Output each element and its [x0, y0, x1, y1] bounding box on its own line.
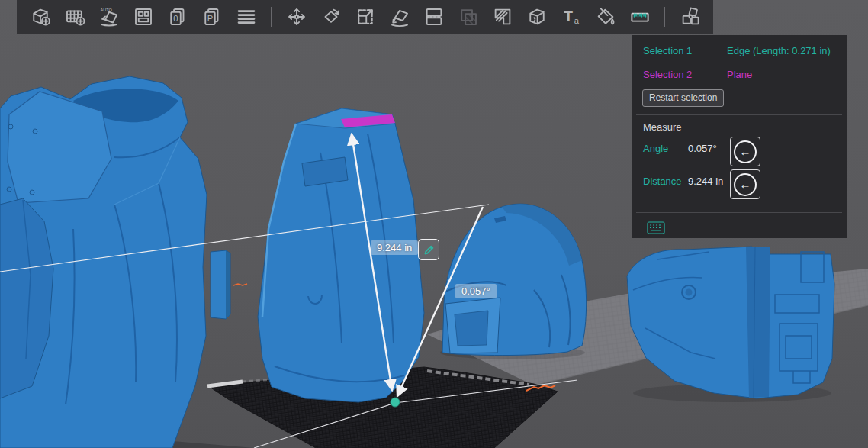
apply-distance-button[interactable]: ← [730, 169, 760, 199]
arrange-icon[interactable] [126, 0, 160, 34]
svg-text:AUTO: AUTO [100, 8, 112, 12]
mesh-region-icon[interactable] [485, 0, 519, 34]
panel-divider [636, 114, 842, 115]
arrow-left-circle-icon: ← [734, 173, 757, 196]
toolbar-separator [664, 7, 665, 27]
apply-angle-button[interactable]: ← [730, 137, 760, 166]
selection2-label: Selection 2 [643, 69, 692, 80]
measure-section-title: Measure [643, 121, 682, 133]
angle-label: Angle [643, 143, 668, 154]
document-0-icon[interactable]: 0 [160, 0, 194, 34]
measure-icon[interactable] [622, 0, 657, 34]
svg-text:0: 0 [173, 14, 178, 23]
angle-tag: 0.057° [455, 284, 497, 298]
keyboard-icon [647, 221, 665, 234]
slicer-app-window: 9.244 in 0.057° AUTO 0 P [0, 0, 868, 448]
selection1-value: Edge (Length: 0.271 in) [727, 45, 831, 56]
move-icon[interactable] [279, 0, 313, 34]
assembly-icon[interactable] [673, 0, 707, 34]
keyboard-shortcuts-button[interactable] [647, 221, 665, 234]
variable-layer-height-icon [451, 0, 485, 34]
angle-value: 0.057° [688, 143, 717, 154]
arrow-left-circle-icon: ← [734, 140, 757, 163]
mesh-boolean-icon[interactable] [519, 0, 554, 34]
text-tool-icon[interactable]: Ta [554, 0, 588, 34]
svg-text:T: T [564, 8, 573, 24]
distance-value: 9.244 in [688, 176, 723, 187]
svg-text:a: a [574, 16, 579, 25]
measure-vertex-point [391, 398, 400, 407]
place-on-face-icon[interactable] [382, 0, 416, 34]
add-plate-icon[interactable] [57, 0, 92, 34]
selection2-value: Plane [727, 69, 752, 80]
main-toolbar: AUTO 0 P [17, 0, 713, 34]
distance-tag: 9.244 in [371, 240, 418, 255]
cut-icon[interactable] [416, 0, 451, 34]
distance-label: Distance [643, 176, 682, 187]
restart-selection-button[interactable]: Restart selection [642, 89, 724, 107]
edit-distance-button[interactable] [418, 239, 439, 260]
scale-icon[interactable] [348, 0, 382, 34]
svg-text:P: P [207, 14, 213, 23]
pencil-icon [423, 244, 435, 256]
rotate-icon[interactable] [313, 0, 348, 34]
auto-orient-icon[interactable]: AUTO [92, 0, 126, 34]
object-list-icon[interactable] [229, 0, 263, 34]
add-object-icon[interactable] [23, 0, 57, 34]
selection1-label: Selection 1 [643, 45, 692, 56]
measure-panel: Selection 1 Edge (Length: 0.271 in) Sele… [632, 35, 847, 238]
toolbar-separator [271, 7, 272, 27]
document-p-icon[interactable]: P [194, 0, 229, 34]
panel-divider [636, 212, 842, 213]
color-paint-icon[interactable] [588, 0, 622, 34]
